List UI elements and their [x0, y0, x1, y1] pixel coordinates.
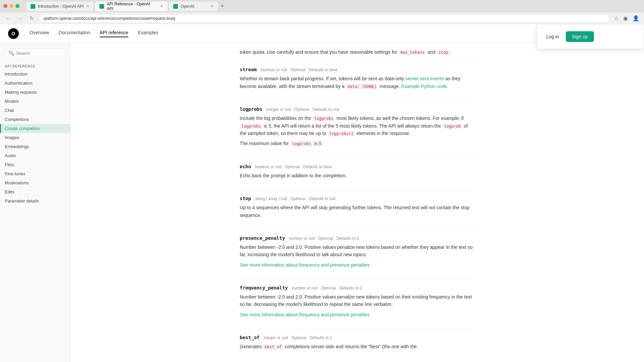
param-name-frequency-penalty: frequency_penalty — [240, 285, 288, 290]
sidebar-item-parameter-details[interactable]: Parameter details — [0, 196, 70, 206]
browser-titlebar: Introduction - OpenAI API ✕ API Referenc… — [0, 0, 644, 12]
param-default-frequency-penalty: Defaults to 0 — [339, 286, 362, 290]
param-type-best-of: integer or null — [264, 335, 288, 340]
code-logprobs2: logprobs — [240, 124, 263, 129]
example-python-link[interactable]: Example Python code — [401, 84, 447, 89]
favicon-1 — [31, 4, 35, 9]
topnav: O Overview Documentation API reference E… — [0, 24, 644, 43]
param-name-best-of: best_of — [240, 335, 260, 340]
sidebar-item-audio[interactable]: Audio — [0, 151, 70, 160]
topnav-link-api-reference[interactable]: API reference — [100, 30, 129, 37]
search-input[interactable] — [16, 51, 71, 56]
param-optional-stream: Optional — [290, 67, 306, 72]
code-stop: stop — [437, 50, 450, 55]
minimize-traffic-light[interactable] — [9, 4, 13, 8]
topnav-link-documentation[interactable]: Documentation — [58, 30, 90, 37]
param-header-frequency-penalty: frequency_penalty number or null Optiona… — [240, 285, 475, 290]
search-icon: 🔍 — [8, 50, 14, 56]
sidebar-item-embeddings[interactable]: Embeddings — [0, 142, 70, 151]
sidebar: 🔍 ⌘ K API REFERENCE Introduction Authent… — [0, 43, 71, 362]
param-name-stop: stop — [240, 196, 251, 201]
param-block-best-of: best_of integer or null Optional Default… — [240, 329, 475, 350]
topnav-link-examples[interactable]: Examples — [138, 30, 158, 37]
tab-close-1[interactable]: ✕ — [86, 4, 89, 8]
sidebar-search: 🔍 ⌘ K — [0, 48, 70, 62]
tab-label-2: API Reference - OpenAI API — [107, 2, 157, 11]
auth-overlay: Log in Sign up — [537, 24, 644, 49]
param-header-presence-penalty: presence_penalty number or null Optional… — [240, 235, 475, 241]
param-name-logprobs: logprobs — [240, 106, 262, 112]
param-default-presence-penalty: Defaults to 0 — [336, 236, 359, 241]
tab-close-2[interactable]: ✕ — [160, 4, 163, 8]
sidebar-item-files[interactable]: Files — [0, 160, 70, 169]
param-desc-best-of: Generates best_of completions server-sid… — [240, 343, 475, 350]
code-done: data: [DONE] — [346, 84, 378, 89]
sidebar-item-completions[interactable]: Completions — [0, 115, 70, 124]
close-traffic-light[interactable] — [3, 4, 7, 8]
browser-tab-3[interactable]: OpenAI ✕ — [168, 1, 219, 11]
reload-button[interactable]: ↻ — [28, 14, 36, 22]
param-block-presence-penalty: presence_penalty number or null Optional… — [240, 230, 475, 269]
bookmark-button[interactable]: ☆ — [612, 14, 620, 22]
signup-button-overlay[interactable]: Sign up — [566, 31, 594, 42]
login-button-overlay[interactable]: Log in — [546, 34, 559, 39]
sidebar-item-images[interactable]: Images — [0, 133, 70, 142]
sidebar-item-chat[interactable]: Chat — [0, 106, 70, 115]
sidebar-item-edits[interactable]: Edits — [0, 187, 70, 196]
code-logprobs1: logprobs — [312, 116, 335, 121]
code-logprobs3: logprobs — [290, 141, 313, 146]
param-type-frequency-penalty: number or null — [292, 286, 318, 290]
favicon-3 — [173, 4, 178, 9]
param-optional-logprobs: Optional — [294, 107, 309, 112]
maximize-traffic-light[interactable] — [15, 4, 19, 8]
tab-close-3[interactable]: ✕ — [211, 4, 214, 8]
sidebar-item-models[interactable]: Models — [0, 97, 70, 106]
frequency-penalty-link[interactable]: See more information about frequency and… — [240, 312, 371, 317]
favicon-2 — [99, 4, 104, 9]
address-bar-input[interactable] — [39, 14, 610, 23]
sidebar-search-box[interactable]: 🔍 ⌘ K — [5, 48, 65, 58]
param-desc-logprobs: Include the log probabilities on the log… — [240, 115, 475, 147]
param-type-echo: boolean or null — [255, 165, 282, 169]
browser-tab-1[interactable]: Introduction - OpenAI API ✕ — [26, 1, 94, 11]
tab-label-3: OpenAI — [181, 4, 194, 9]
param-type-logprobs: integer or null — [266, 107, 291, 112]
topnav-link-overview[interactable]: Overview — [30, 30, 49, 37]
sidebar-item-create-completion[interactable]: Create completion — [0, 124, 70, 133]
forward-button[interactable]: → — [15, 15, 25, 22]
param-block-frequency-penalty: frequency_penalty number or null Optiona… — [240, 279, 475, 318]
content-area: token quota. Use carefully and ensure th… — [71, 43, 644, 362]
sidebar-item-introduction[interactable]: Introduction — [0, 70, 70, 79]
param-default-stop: Defaults to null — [309, 196, 335, 201]
presence-penalty-link[interactable]: See more information about frequency and… — [240, 262, 371, 268]
browser-tab-2[interactable]: API Reference - OpenAI API ✕ — [94, 1, 168, 11]
server-sent-events-link[interactable]: server-sent events — [405, 76, 444, 81]
new-tab-button[interactable]: + — [219, 3, 226, 10]
param-default-logprobs: Defaults to null — [313, 107, 339, 112]
param-name-stream: stream — [240, 67, 257, 72]
param-default-echo: Defaults to false — [303, 165, 332, 169]
traffic-lights — [3, 4, 19, 8]
back-button[interactable]: ← — [3, 15, 13, 22]
param-desc-presence-penalty: Number between -2.0 and 2.0. Positive va… — [240, 243, 475, 269]
param-header-stream: stream boolean or null Optional Defaults… — [240, 67, 475, 72]
tab-label-1: Introduction - OpenAI API — [38, 4, 84, 9]
sidebar-item-fine-tunes[interactable]: Fine-tunes — [0, 169, 70, 178]
param-optional-frequency-penalty: Optional — [321, 286, 336, 290]
param-desc-stop: Up to 4 sequences where the API will sto… — [240, 204, 475, 219]
param-header-logprobs: logprobs integer or null Optional Defaul… — [240, 106, 475, 112]
param-type-presence-penalty: number or null — [289, 236, 315, 241]
param-block-echo: echo boolean or null Optional Defaults t… — [240, 158, 475, 179]
code-logprob: logprob — [442, 124, 463, 129]
extensions-button[interactable]: ◉ — [622, 14, 629, 22]
sidebar-section-label: API REFERENCE — [0, 62, 70, 70]
param-optional-best-of: Optional — [291, 335, 307, 340]
sidebar-item-moderations[interactable]: Moderations — [0, 178, 70, 187]
param-default-best-of: Defaults to 1 — [310, 335, 332, 340]
account-button[interactable]: 👤 — [631, 14, 641, 22]
sidebar-item-authentication[interactable]: Authentication — [0, 79, 70, 88]
browser-actions: ☆ ◉ 👤 — [612, 14, 641, 22]
param-type-stream: boolean or null — [261, 67, 287, 72]
param-name-presence-penalty: presence_penalty — [240, 235, 285, 241]
sidebar-item-making-requests[interactable]: Making requests — [0, 88, 70, 97]
